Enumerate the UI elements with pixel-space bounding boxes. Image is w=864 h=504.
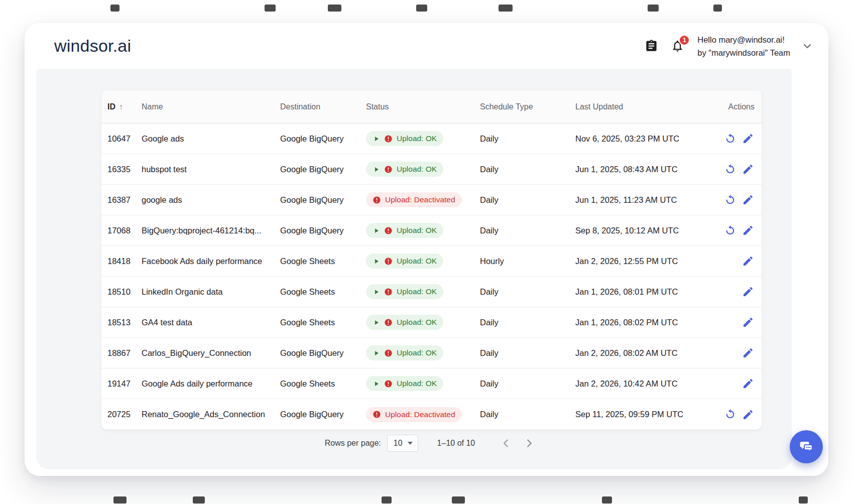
cell-name: Facebook Ads daily performance (142, 257, 280, 266)
edit-pencil-icon (742, 409, 754, 421)
cell-id: 18867 (101, 348, 142, 358)
edit-button[interactable] (742, 408, 755, 421)
cell-last-updated: Sep 11, 2025, 09:59 PM UTC (575, 410, 721, 419)
clipboard-icon (645, 39, 658, 53)
cell-destination: Google BigQuery (280, 410, 366, 419)
cell-id: 17068 (101, 226, 142, 235)
notifications-button[interactable]: 1 (666, 35, 688, 57)
chat-fab-button[interactable] (790, 430, 823, 463)
exclamation-circle-icon (384, 135, 393, 143)
table-row: 20725 Renato_Google_Ads_Connection Googl… (101, 399, 762, 430)
status-badge: Upload: OK (366, 223, 443, 238)
background-artifact (265, 5, 276, 12)
edit-pencil-icon (742, 224, 754, 236)
edit-button[interactable] (742, 346, 755, 359)
exclamation-circle-icon (384, 226, 393, 235)
pagination-range: 1–10 of 10 (437, 439, 475, 448)
refresh-button[interactable] (723, 193, 736, 206)
account-menu[interactable]: Hello mary@windsor.ai! by "marywindsorai… (697, 33, 813, 59)
previous-page-button[interactable] (497, 434, 515, 452)
refresh-button[interactable] (723, 224, 736, 237)
column-header-last-updated[interactable]: Last Updated (575, 102, 721, 111)
cell-schedule: Daily (480, 195, 575, 205)
brand-logo: windsor.ai (54, 36, 131, 56)
edit-button[interactable] (742, 316, 755, 329)
cell-name: GA4 test data (142, 318, 280, 327)
cell-destination: Google BigQuery (280, 226, 366, 235)
pagination-bar: Rows per page: 10 1–10 of 10 (101, 431, 762, 455)
status-label: Upload: OK (397, 348, 437, 357)
cell-destination: Google BigQuery (280, 165, 366, 174)
column-header-status[interactable]: Status (366, 102, 480, 111)
cell-last-updated: Jan 2, 2026, 08:02 AM UTC (575, 348, 721, 358)
cell-name: Google ads (142, 134, 280, 144)
cell-last-updated: Jan 2, 2026, 10:42 AM UTC (575, 379, 721, 389)
cell-name: google ads (142, 195, 280, 205)
edit-button[interactable] (742, 163, 755, 176)
edit-button[interactable] (742, 193, 755, 206)
cell-id: 20725 (101, 410, 142, 419)
edit-pencil-icon (742, 286, 754, 298)
cell-last-updated: Jan 1, 2026, 08:02 PM UTC (575, 318, 721, 327)
status-badge: Upload: Deactivated (366, 407, 462, 422)
edit-button[interactable] (742, 377, 755, 390)
chat-bubbles-icon (797, 438, 815, 456)
refresh-icon (724, 163, 736, 176)
table-row: 19147 Google Ads daily performance Googl… (101, 368, 762, 399)
next-page-button[interactable] (520, 434, 538, 452)
table-row: 18510 LinkedIn Organic data Google Sheet… (101, 277, 762, 307)
cell-destination: Google BigQuery (280, 195, 366, 205)
app-card: windsor.ai 1 Hello mary@windsor.ai! by "… (25, 23, 828, 476)
table-row: 10647 Google ads Google BigQuery Upload:… (101, 123, 762, 154)
edit-button[interactable] (742, 132, 755, 145)
status-badge: Upload: Deactivated (366, 192, 462, 207)
background-artifact (113, 496, 127, 503)
refresh-button[interactable] (723, 408, 736, 421)
cell-name: Renato_Google_Ads_Connection (142, 410, 280, 419)
edit-button[interactable] (742, 285, 755, 298)
edit-pencil-icon (742, 316, 754, 328)
exclamation-circle-icon (384, 288, 393, 296)
refresh-button[interactable] (723, 132, 736, 145)
column-header-name[interactable]: Name (142, 102, 280, 111)
cell-destination: Google Sheets (280, 287, 366, 297)
play-icon (373, 227, 380, 234)
play-icon (373, 135, 380, 143)
greeting-line-2: by "marywindsorai" Team (697, 46, 790, 59)
play-icon (373, 349, 380, 357)
table-row: 18867 Carlos_BigQuery_Connection Google … (101, 338, 762, 368)
clipboard-button[interactable] (640, 35, 662, 57)
column-header-destination[interactable]: Destination (280, 102, 366, 111)
edit-button[interactable] (742, 224, 755, 237)
table-row: 16387 google ads Google BigQuery Upload:… (101, 185, 762, 215)
cell-destination: Google BigQuery (280, 134, 366, 144)
edit-button[interactable] (742, 255, 755, 268)
chevron-right-icon (523, 437, 536, 450)
table-row: 18513 GA4 test data Google Sheets Upload… (101, 307, 762, 338)
status-label: Upload: Deactivated (385, 195, 455, 204)
background-artifact (713, 5, 722, 12)
status-badge: Upload: OK (366, 315, 443, 330)
refresh-icon (724, 194, 736, 206)
refresh-button[interactable] (723, 163, 736, 176)
cell-destination: Google Sheets (280, 257, 366, 266)
column-header-id[interactable]: ID ↑ (101, 102, 142, 111)
cell-destination: Google BigQuery (280, 348, 366, 358)
status-badge: Upload: OK (366, 284, 443, 299)
column-header-schedule-type[interactable]: Schedule Type (480, 102, 575, 111)
table-row: 18418 Facebook Ads daily performance Goo… (101, 246, 762, 277)
rows-per-page-select[interactable]: 10 (387, 435, 418, 452)
cell-id: 16387 (101, 195, 142, 205)
status-label: Upload: Deactivated (385, 410, 455, 419)
cell-schedule: Daily (480, 287, 575, 297)
cell-schedule: Hourly (480, 257, 575, 266)
cell-last-updated: Jun 1, 2025, 11:23 AM UTC (575, 195, 721, 205)
cell-name: BigQuery:bqproject-461214:bq... (142, 226, 280, 235)
cell-name: hubspot test (142, 165, 280, 174)
background-artifact (110, 5, 119, 12)
rows-per-page-value: 10 (394, 439, 403, 448)
cell-id: 18510 (101, 287, 142, 297)
exclamation-circle-icon (384, 318, 393, 327)
background-artifact (499, 5, 513, 12)
app-header: windsor.ai 1 Hello mary@windsor.ai! by "… (25, 23, 828, 69)
